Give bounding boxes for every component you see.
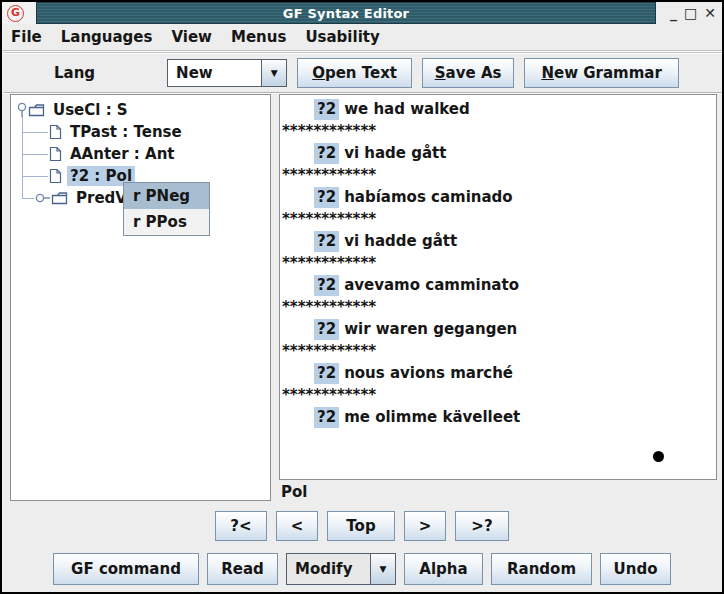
linearization-panel: ?2we had walked ************ ?2vi hade g… — [279, 94, 717, 480]
document-icon — [49, 124, 62, 140]
tree-node-usecl[interactable]: UseCl : S — [50, 100, 131, 120]
open-text-label: pen Text — [325, 64, 397, 82]
refinement-popup-menu: r PNeg r PPos — [123, 182, 210, 236]
next-node-button[interactable]: > — [404, 511, 446, 541]
status-line: Pol — [281, 482, 717, 502]
open-text-mnemonic: O — [312, 64, 325, 82]
maximize-icon[interactable]: □ — [684, 6, 697, 20]
gf-logo-icon: G — [7, 5, 24, 22]
close-icon[interactable]: ✕ — [704, 6, 716, 20]
save-as-mnemonic: S — [435, 64, 446, 82]
open-text-button[interactable]: Open Text — [297, 58, 412, 88]
metavariable-token[interactable]: ?2 — [314, 231, 339, 252]
menu-languages[interactable]: Languages — [61, 28, 153, 46]
read-button[interactable]: Read — [207, 553, 278, 585]
metavariable-token[interactable]: ?2 — [314, 275, 339, 296]
random-button[interactable]: Random — [491, 553, 592, 585]
minimize-icon[interactable]: _ — [670, 6, 677, 20]
tree-node-aanter[interactable]: AAnter : Ant — [67, 144, 178, 164]
tree-row: UseCl : S — [11, 99, 131, 121]
linearization-spanish: ?2habíamos caminado — [280, 186, 716, 208]
sentence-text: vi hade gått — [344, 144, 446, 162]
save-as-label: ave As — [446, 64, 502, 82]
prev-node-button[interactable]: < — [276, 511, 318, 541]
navigation-row: ?< < Top > >? — [2, 511, 722, 541]
lang-label: Lang — [54, 64, 95, 82]
undo-button[interactable]: Undo — [600, 553, 671, 585]
gf-command-button[interactable]: GF command — [53, 553, 199, 585]
titlebar: G GF Syntax Editor _ □ ✕ — [2, 2, 722, 24]
sentence-text: wir waren gegangen — [344, 320, 517, 338]
sentence-text: me olimme kävelleet — [344, 408, 520, 426]
sentence-text: nous avions marché — [344, 364, 513, 382]
linearization-english: ?2we had walked — [280, 98, 716, 120]
language-separator: ************ — [280, 252, 716, 274]
modify-combo[interactable]: Modify ▼ — [286, 553, 396, 585]
language-separator: ************ — [280, 208, 716, 230]
language-separator: ************ — [280, 296, 716, 318]
chevron-down-icon[interactable]: ▼ — [261, 60, 286, 86]
language-combo-value[interactable]: New — [168, 60, 261, 86]
chevron-down-icon[interactable]: ▼ — [370, 554, 395, 584]
toolbar: Lang New ▼ Open Text Save As New Grammar — [4, 52, 724, 93]
tree-row: PredVP — [11, 187, 141, 209]
tree-node-tpast[interactable]: TPast : Tense — [67, 122, 185, 142]
linearization-swedish: ?2vi hade gått — [280, 142, 716, 164]
linearization-german: ?2wir waren gegangen — [280, 318, 716, 340]
save-as-button[interactable]: Save As — [422, 58, 514, 88]
folder-icon — [51, 191, 68, 205]
window-controls: _ □ ✕ — [656, 2, 722, 24]
top-button[interactable]: Top — [327, 511, 395, 541]
new-grammar-mnemonic: N — [541, 64, 554, 82]
focus-dot-marker — [653, 451, 664, 462]
menu-usability[interactable]: Usability — [305, 28, 379, 46]
metavariable-token[interactable]: ?2 — [314, 187, 339, 208]
focused-node-type: Pol — [281, 483, 307, 501]
command-row: GF command Read Modify ▼ Alpha Random Un… — [2, 553, 722, 585]
language-separator: ************ — [280, 340, 716, 362]
sentence-text: avevamo camminato — [344, 276, 519, 294]
linearization-norwegian: ?2vi hadde gått — [280, 230, 716, 252]
sentence-text: habíamos caminado — [344, 188, 513, 206]
gf-syntax-editor-window: G GF Syntax Editor _ □ ✕ File Languages … — [0, 0, 724, 594]
language-separator: ************ — [280, 384, 716, 406]
sentence-text: we had walked — [344, 100, 470, 118]
metavariable-token[interactable]: ?2 — [314, 143, 339, 164]
alpha-button[interactable]: Alpha — [404, 553, 483, 585]
metavariable-token[interactable]: ?2 — [314, 407, 339, 428]
menu-menus[interactable]: Menus — [231, 28, 286, 46]
linearization-finnish: ?2me olimme kävelleet — [280, 406, 716, 428]
prev-metavariable-button[interactable]: ?< — [215, 511, 267, 541]
tree-row: AAnter : Ant — [11, 143, 178, 165]
gf-logo: G — [2, 2, 36, 24]
popup-item-ppos[interactable]: r PPos — [124, 209, 209, 235]
tree-row: TPast : Tense — [11, 121, 185, 143]
language-separator: ************ — [280, 120, 716, 142]
tree-row: ?2 : Pol — [11, 165, 135, 187]
popup-item-pneg[interactable]: r PNeg — [124, 183, 209, 209]
titlebar-drag-area[interactable]: GF Syntax Editor — [36, 2, 656, 24]
modify-combo-value[interactable]: Modify — [287, 554, 370, 584]
document-icon — [49, 146, 62, 162]
metavariable-token[interactable]: ?2 — [314, 319, 339, 340]
metavariable-token[interactable]: ?2 — [314, 99, 339, 120]
language-separator: ************ — [280, 164, 716, 186]
linearization-french: ?2nous avions marché — [280, 362, 716, 384]
metavariable-token[interactable]: ?2 — [314, 363, 339, 384]
syntax-tree-panel: UseCl : S TPast : Tense AAnter : Ant ?2 … — [10, 94, 271, 501]
document-icon — [49, 168, 62, 184]
folder-icon — [28, 103, 45, 117]
window-title: GF Syntax Editor — [283, 6, 409, 21]
menu-bar: File Languages View Menus Usability — [2, 24, 722, 51]
menu-file[interactable]: File — [11, 28, 42, 46]
next-metavariable-button[interactable]: >? — [455, 511, 509, 541]
language-combo[interactable]: New ▼ — [167, 59, 287, 87]
sentence-text: vi hadde gått — [344, 232, 457, 250]
linearization-italian: ?2avevamo camminato — [280, 274, 716, 296]
new-grammar-button[interactable]: New Grammar — [524, 58, 679, 88]
menu-view[interactable]: View — [171, 28, 212, 46]
new-grammar-label: ew Grammar — [554, 64, 662, 82]
